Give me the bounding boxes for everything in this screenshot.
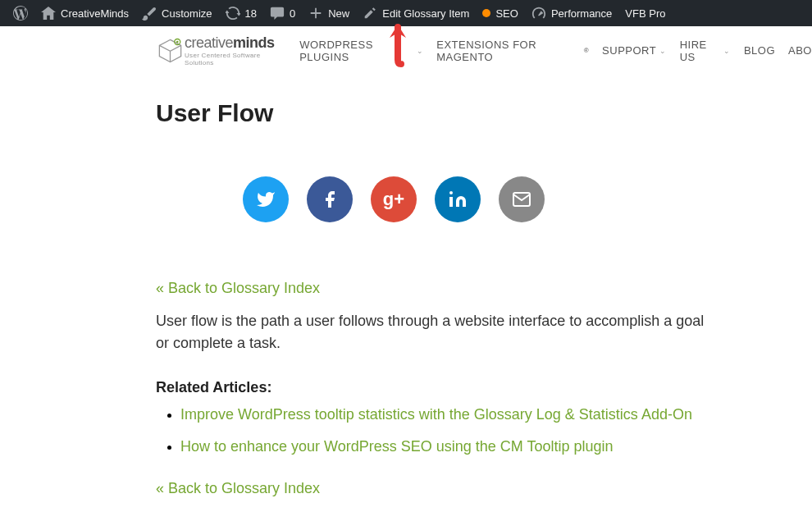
wordpress-icon <box>13 6 28 21</box>
comments-item[interactable]: 0 <box>263 0 302 26</box>
gauge-icon <box>531 6 546 21</box>
share-facebook-button[interactable] <box>307 176 353 222</box>
seo-item[interactable]: SEO <box>476 0 524 26</box>
edit-glossary-label: Edit Glossary Item <box>382 7 469 20</box>
updates-count: 18 <box>245 7 257 20</box>
email-icon <box>512 190 531 209</box>
chevron-down-icon: ⌄ <box>659 47 667 55</box>
site-name-label: CreativeMinds <box>61 7 129 20</box>
vfb-label: VFB Pro <box>625 7 665 20</box>
plus-icon <box>308 6 323 21</box>
comment-icon <box>270 6 285 21</box>
twitter-icon <box>256 190 276 209</box>
wp-logo-item[interactable] <box>7 0 34 26</box>
performance-item[interactable]: Performance <box>525 0 618 26</box>
updates-item[interactable]: 18 <box>219 0 263 26</box>
brush-icon <box>142 6 157 21</box>
main-nav: WORDPRESS PLUGINS ⌄ EXTENSIONS FOR MAGEN… <box>299 39 812 63</box>
wp-admin-bar: CreativeMinds Customize 18 0 New Edit Gl… <box>0 0 812 26</box>
logo-tagline: User Centered Software Solutions <box>185 52 283 66</box>
related-heading: Related Articles: <box>156 379 714 396</box>
facebook-icon <box>320 190 340 209</box>
site-header: creativeminds User Centered Software Sol… <box>0 26 812 75</box>
refresh-icon <box>226 6 240 21</box>
nav-hire[interactable]: HIRE US ⌄ <box>680 39 731 63</box>
nav-magento[interactable]: EXTENSIONS FOR MAGENTO® <box>436 39 589 63</box>
glossary-description: User flow is the path a user follows thr… <box>156 310 714 354</box>
comments-count: 0 <box>290 7 295 20</box>
nav-about[interactable]: ABO <box>788 39 812 63</box>
back-to-index-bottom[interactable]: « Back to Glossary Index <box>156 480 714 497</box>
customize-label: Customize <box>162 7 212 20</box>
new-item[interactable]: New <box>302 0 356 26</box>
seo-label: SEO <box>495 7 518 20</box>
linkedin-icon <box>448 190 468 209</box>
back-to-index-top[interactable]: « Back to Glossary Index <box>156 280 714 297</box>
svg-point-1 <box>176 41 179 43</box>
edit-glossary-item[interactable]: Edit Glossary Item <box>356 0 476 26</box>
logo-text: creativeminds <box>185 34 283 52</box>
new-label: New <box>328 7 349 20</box>
vfb-item[interactable]: VFB Pro <box>618 0 672 26</box>
share-googleplus-button[interactable]: g+ <box>371 176 417 222</box>
related-link[interactable]: Improve WordPress tooltip statistics wit… <box>180 406 692 423</box>
site-name-item[interactable]: CreativeMinds <box>34 0 135 26</box>
related-list: Improve WordPress tooltip statistics wit… <box>156 406 714 455</box>
social-share-row: g+ <box>74 176 714 222</box>
share-twitter-button[interactable] <box>243 176 289 222</box>
customize-item[interactable]: Customize <box>135 0 218 26</box>
seo-dot-icon <box>482 9 490 17</box>
logo[interactable]: creativeminds User Centered Software Sol… <box>156 34 283 66</box>
nav-plugins[interactable]: WORDPRESS PLUGINS ⌄ <box>299 39 423 63</box>
chevron-down-icon: ⌄ <box>723 47 731 55</box>
logo-cube-icon <box>156 36 185 65</box>
related-link[interactable]: How to enhance your WordPress SEO using … <box>180 438 614 455</box>
list-item: How to enhance your WordPress SEO using … <box>180 438 714 455</box>
chevron-down-icon: ⌄ <box>417 47 424 55</box>
page-title: User Flow <box>156 99 714 127</box>
list-item: Improve WordPress tooltip statistics wit… <box>180 406 714 423</box>
pencil-icon <box>363 6 377 21</box>
performance-label: Performance <box>551 7 612 20</box>
googleplus-icon: g+ <box>383 189 404 210</box>
share-linkedin-button[interactable] <box>435 176 481 222</box>
nav-support[interactable]: SUPPORT ⌄ <box>602 39 667 63</box>
content-area: User Flow g+ « Back to Glossary Index Us… <box>0 75 738 497</box>
home-icon <box>41 6 56 21</box>
nav-blog[interactable]: BLOG <box>744 39 775 63</box>
share-email-button[interactable] <box>499 176 545 222</box>
